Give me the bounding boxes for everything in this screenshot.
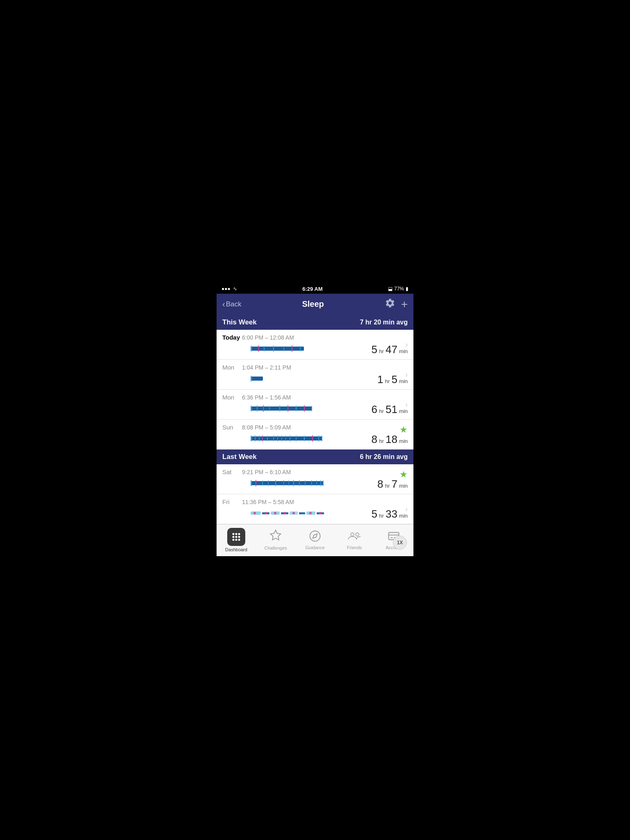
svg-rect-34 (318, 435, 319, 442)
svg-point-64 (309, 512, 312, 514)
svg-rect-9 (251, 376, 252, 381)
entry-time: 6:36 PM – 1:56 AM (242, 394, 291, 401)
sleep-entry-sat[interactable]: Sat 9:21 PM – 6:10 AM (217, 464, 413, 494)
svg-rect-32 (304, 436, 305, 441)
tab-guidance-label: Guidance (305, 545, 324, 550)
svg-rect-48 (316, 480, 317, 486)
svg-point-60 (265, 512, 267, 514)
svg-rect-18 (304, 405, 305, 412)
tab-guidance[interactable]: Guidance (303, 530, 327, 550)
entry-time: 8:08 PM – 5:09 AM (242, 424, 291, 431)
svg-point-70 (235, 536, 237, 538)
svg-rect-19 (311, 406, 312, 411)
sleep-entry-today[interactable]: Today 6:00 PM – 12:08 AM (217, 330, 413, 360)
this-week-avg: 7 hr 20 min avg (360, 319, 408, 326)
sleep-bar-fri (222, 509, 361, 519)
sleep-bar-today (222, 344, 361, 355)
svg-point-62 (284, 512, 286, 514)
last-week-header: Last Week 6 hr 26 min avg (217, 450, 413, 464)
svg-rect-56 (299, 512, 305, 514)
svg-rect-45 (299, 480, 300, 486)
svg-point-78 (351, 533, 354, 536)
svg-point-59 (253, 512, 256, 514)
svg-point-61 (274, 512, 276, 514)
sleep-duration-fri: 5 hr 33 min (367, 508, 408, 520)
last-week-entries: Sat 9:21 PM – 6:10 AM (217, 464, 413, 524)
svg-point-76 (310, 531, 320, 541)
battery-icon: ▮ (406, 286, 409, 292)
svg-marker-77 (313, 534, 317, 538)
this-week-entries: Today 6:00 PM – 12:08 AM (217, 330, 413, 450)
last-week-avg: 6 hr 26 min avg (360, 453, 408, 461)
nav-icons: + (385, 298, 408, 311)
entry-chevron-icon: › (405, 400, 408, 409)
svg-rect-25 (267, 436, 268, 441)
back-button[interactable]: ‹ Back (222, 299, 241, 309)
sleep-bar-sun (222, 434, 361, 445)
svg-rect-4 (273, 345, 274, 352)
phone-frame: ●●● ∿ 6:29 AM ⬓ 77% ▮ ‹ Back Sleep + (217, 284, 413, 556)
dashboard-icon (227, 528, 245, 546)
entry-time: 9:21 PM – 6:10 AM (242, 469, 291, 475)
svg-marker-75 (271, 530, 281, 540)
entry-day: Fri (222, 498, 238, 505)
entry-chevron-icon: › (405, 504, 408, 513)
tab-challenges[interactable]: Challenges (263, 529, 288, 550)
svg-rect-13 (263, 405, 264, 412)
entry-day: Today (222, 334, 238, 341)
svg-rect-22 (255, 435, 256, 442)
entry-time: 1:04 PM – 2:11 PM (242, 364, 291, 371)
sleep-entry-sun[interactable]: Sun 8:08 PM – 5:09 AM (217, 420, 413, 450)
svg-rect-46 (305, 480, 306, 486)
sleep-entry-mon2[interactable]: Mon 6:36 PM – 1:56 AM (217, 390, 413, 420)
svg-rect-20 (251, 436, 322, 441)
svg-rect-29 (285, 435, 286, 442)
sleep-entry-fri[interactable]: Fri 11:36 PM – 5:58 AM (217, 494, 413, 524)
svg-rect-7 (300, 346, 301, 352)
svg-rect-31 (296, 435, 297, 442)
main-content: This Week 7 hr 20 min avg Today 6:00 PM … (217, 315, 413, 524)
svg-rect-41 (275, 480, 276, 486)
svg-rect-37 (251, 480, 252, 486)
signal-icon: ●●● (221, 286, 231, 292)
status-bar: ●●● ∿ 6:29 AM ⬓ 77% ▮ (217, 284, 413, 294)
svg-rect-27 (277, 435, 278, 442)
svg-point-69 (233, 536, 235, 538)
tab-friends[interactable]: Friends (342, 530, 367, 550)
svg-rect-14 (269, 406, 270, 411)
svg-rect-42 (283, 480, 284, 486)
svg-rect-26 (273, 435, 274, 442)
svg-point-79 (356, 533, 359, 536)
sleep-duration-today: 5 hr 47 min (367, 343, 408, 356)
svg-point-66 (233, 533, 235, 535)
svg-rect-49 (320, 480, 321, 486)
settings-button[interactable] (385, 298, 395, 311)
svg-rect-28 (281, 435, 282, 442)
nav-header: ‹ Back Sleep + (217, 294, 413, 315)
svg-rect-17 (296, 406, 297, 411)
svg-rect-39 (262, 480, 263, 486)
sleep-entry-mon1[interactable]: Mon 1:04 PM – 2:11 PM 1 hr 5 min › (217, 360, 413, 390)
zoom-badge[interactable]: 1X (393, 536, 407, 550)
svg-rect-33 (312, 435, 313, 442)
entry-chevron-icon: › (405, 340, 408, 349)
svg-rect-2 (258, 345, 259, 352)
svg-rect-36 (251, 481, 324, 485)
sleep-bar-sat (222, 479, 361, 489)
entry-day: Sun (222, 424, 238, 431)
svg-point-74 (238, 539, 240, 541)
tab-dashboard[interactable]: Dashboard (224, 528, 249, 552)
svg-rect-8 (251, 377, 263, 381)
svg-rect-50 (323, 480, 324, 486)
add-button[interactable]: + (401, 298, 408, 311)
svg-point-68 (238, 533, 240, 535)
entry-chevron-icon: › (405, 370, 408, 379)
svg-rect-3 (264, 346, 265, 352)
star-icon: ★ (399, 425, 408, 435)
svg-point-71 (238, 536, 240, 538)
sleep-bar-mon2 (222, 404, 361, 415)
tab-friends-label: Friends (347, 545, 362, 550)
sleep-bar-mon1 (222, 374, 361, 385)
svg-rect-5 (283, 346, 284, 352)
page-title: Sleep (302, 299, 324, 309)
